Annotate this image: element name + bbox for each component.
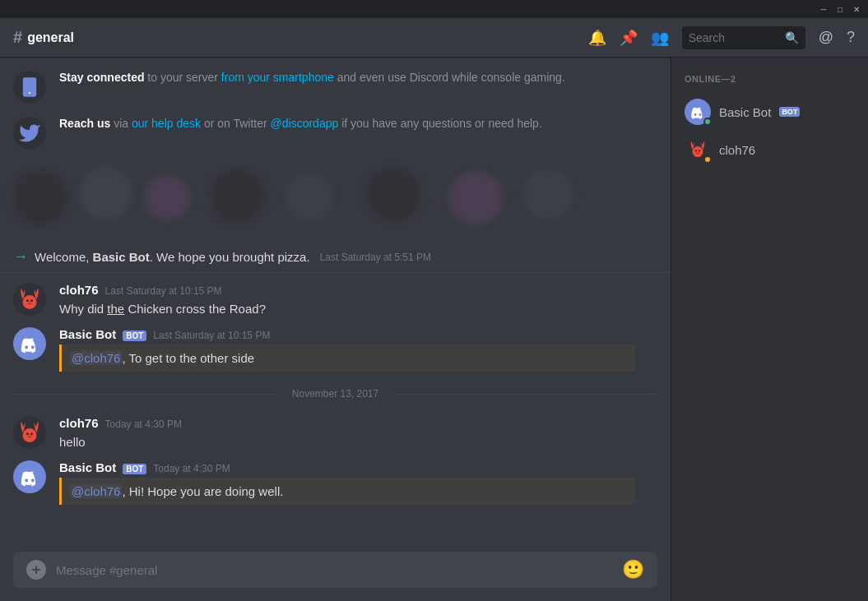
message-text-1: Why did the Chicken cross the Road?	[59, 300, 657, 317]
member-avatar-basic-bot	[685, 99, 711, 125]
message-input[interactable]	[56, 563, 612, 577]
bot-badge-1: BOT	[123, 331, 146, 341]
online-dot-basic-bot	[703, 118, 712, 126]
svg-point-12	[27, 435, 31, 437]
message-meta-3: cloh76 Today at 4:30 PM	[59, 416, 657, 430]
message-content-4: Basic Bot BOT Today at 4:30 PM @cloh76, …	[59, 460, 657, 505]
avatar-basic-bot-2	[13, 460, 46, 493]
timestamp-1: Last Saturday at 10:15 PM	[105, 285, 222, 297]
svg-point-4	[26, 299, 29, 302]
tip1-icon	[13, 71, 46, 104]
message-content-3: cloh76 Today at 4:30 PM hello	[59, 416, 657, 451]
tip2-text: Reach us via our help desk or on Twitter…	[59, 117, 542, 130]
system-tip-1: Stay connected to your server from your …	[13, 71, 657, 104]
message-content-1: cloh76 Last Saturday at 10:15 PM Why did…	[59, 283, 657, 317]
members-icon[interactable]: 👥	[651, 29, 669, 47]
svg-point-5	[30, 299, 33, 302]
titlebar: ─ □ ✕	[0, 0, 868, 18]
svg-point-6	[27, 302, 31, 304]
close-button[interactable]: ✕	[852, 4, 861, 14]
author-basic-bot-1: Basic Bot	[59, 327, 116, 341]
mention-1: @cloh76	[70, 351, 122, 365]
member-bot-badge: BOT	[779, 107, 800, 117]
body-container: Stay connected to your server from your …	[0, 58, 868, 601]
blurred-avatar-6	[367, 168, 420, 221]
minimize-button[interactable]: ─	[819, 4, 829, 14]
svg-point-16	[695, 150, 697, 151]
blurred-avatar-2	[79, 167, 132, 220]
search-icon: 🔍	[785, 31, 799, 44]
member-avatar-cloh76	[685, 136, 711, 163]
bot-reply-2: @cloh76, Hi! Hope you are doing well.	[59, 478, 635, 505]
avatar-cloh76-1	[13, 283, 46, 316]
search-placeholder: Search	[689, 31, 725, 44]
message-input-box: + 🙂	[13, 552, 657, 588]
channel-name: # general	[13, 28, 74, 47]
svg-point-17	[699, 150, 700, 151]
author-basic-bot-2: Basic Bot	[59, 460, 116, 474]
app-container: # general 🔔 📌 👥 Search 🔍 @ ?	[0, 18, 868, 601]
channel-title: general	[27, 30, 74, 45]
member-item-cloh76[interactable]: cloh76	[678, 132, 861, 168]
timestamp-3: Today at 4:30 PM	[105, 418, 182, 430]
search-bar[interactable]: Search 🔍	[682, 26, 805, 49]
message-input-area: + 🙂	[0, 552, 671, 601]
member-item-basic-bot[interactable]: Basic Bot BOT	[678, 94, 861, 130]
system-tip-2: Reach us via our help desk or on Twitter…	[13, 117, 657, 150]
header-icons: 🔔 📌 👥 Search 🔍 @ ?	[588, 26, 855, 49]
message-meta-2: Basic Bot BOT Last Saturday at 10:15 PM	[59, 327, 657, 341]
message-text-3: hello	[59, 433, 657, 451]
channel-hash-icon: #	[13, 28, 22, 47]
pin-icon[interactable]: 📌	[620, 29, 638, 47]
idle-dot-cloh76	[703, 155, 712, 164]
add-attachment-button[interactable]: +	[26, 560, 46, 580]
blurred-avatar-4	[211, 169, 264, 223]
message-group-2: Basic Bot BOT Last Saturday at 10:15 PM …	[0, 324, 671, 375]
tip1-text: Stay connected to your server from your …	[59, 71, 565, 84]
blurred-avatar-3	[145, 175, 190, 220]
welcome-timestamp: Last Saturday at 5:51 PM	[320, 252, 431, 263]
blurred-avatar-8	[523, 169, 573, 219]
right-sidebar: ONLINE—2 Basic Bot BOT	[671, 58, 868, 601]
svg-point-11	[30, 432, 33, 435]
member-name-basic-bot: Basic Bot	[719, 105, 771, 119]
blurred-avatar-7	[449, 171, 503, 224]
svg-point-18	[696, 152, 699, 155]
date-divider: November 13, 2017	[0, 381, 671, 406]
bell-icon[interactable]: 🔔	[588, 29, 606, 47]
blurred-avatar-5	[285, 173, 334, 222]
avatar-cloh76-2	[13, 416, 46, 449]
timestamp-2: Last Saturday at 10:15 PM	[153, 330, 270, 341]
welcome-arrow-icon: →	[13, 248, 28, 266]
svg-point-10	[26, 432, 29, 435]
messages-container[interactable]: Stay connected to your server from your …	[0, 58, 671, 552]
tip2-icon	[13, 117, 46, 150]
mention-icon[interactable]: @	[819, 29, 833, 46]
welcome-bar: → Welcome, Basic Bot. We hope you brough…	[0, 242, 671, 273]
message-group-1: cloh76 Last Saturday at 10:15 PM Why did…	[0, 280, 671, 321]
maximize-button[interactable]: □	[835, 4, 845, 14]
welcome-text: Welcome, Basic Bot. We hope you brought …	[35, 250, 310, 264]
date-divider-text: November 13, 2017	[279, 388, 392, 400]
sidebar-online-title: ONLINE—2	[678, 71, 861, 87]
blurred-avatars	[13, 163, 657, 229]
author-cloh76-2: cloh76	[59, 416, 99, 430]
message-group-3: cloh76 Today at 4:30 PM hello	[0, 413, 671, 454]
author-cloh76-1: cloh76	[59, 283, 99, 297]
message-meta-1: cloh76 Last Saturday at 10:15 PM	[59, 283, 657, 297]
timestamp-4: Today at 4:30 PM	[153, 463, 230, 474]
channel-header: # general 🔔 📌 👥 Search 🔍 @ ?	[0, 18, 868, 58]
bot-badge-2: BOT	[123, 464, 146, 474]
message-content-2: Basic Bot BOT Last Saturday at 10:15 PM …	[59, 327, 657, 372]
avatar-basic-bot-1	[13, 327, 46, 360]
member-name-cloh76: cloh76	[719, 143, 755, 157]
message-group-4: Basic Bot BOT Today at 4:30 PM @cloh76, …	[0, 457, 671, 508]
bot-reply-1: @cloh76, To get to the other side	[59, 344, 635, 372]
mention-2: @cloh76	[70, 484, 122, 498]
emoji-button[interactable]: 🙂	[622, 559, 644, 580]
svg-point-3	[23, 295, 37, 309]
message-meta-4: Basic Bot BOT Today at 4:30 PM	[59, 460, 657, 474]
chat-area: Stay connected to your server from your …	[0, 58, 671, 601]
system-area: Stay connected to your server from your …	[0, 71, 671, 229]
help-icon[interactable]: ?	[847, 29, 855, 46]
